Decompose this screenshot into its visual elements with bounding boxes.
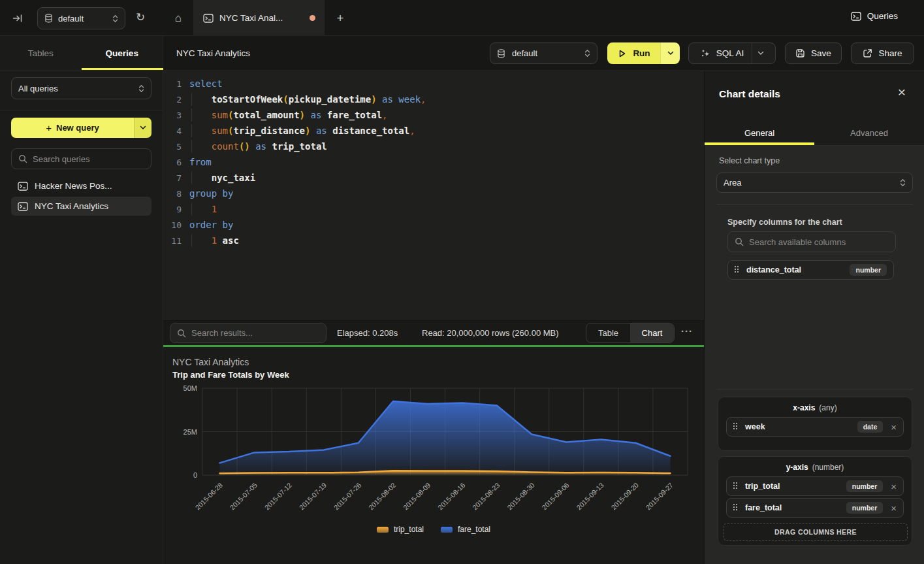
code-line[interactable]: 6from — [163, 154, 704, 170]
close-icon[interactable]: × — [898, 85, 906, 99]
chart-title: NYC Taxi Analytics — [172, 357, 249, 367]
results-toolbar: Elapsed: 0.208s Read: 20,000,000 rows (2… — [163, 320, 704, 345]
sidebar-tab-queries[interactable]: Queries — [82, 36, 163, 70]
top-bar: default ↻ ⌂ NYC Taxi Anal... + Queries — [0, 0, 924, 36]
panel-tab-general[interactable]: General — [705, 121, 814, 145]
column-pill-trip_total[interactable]: trip_totalnumber× — [726, 476, 904, 496]
search-icon — [18, 154, 27, 163]
remove-icon[interactable]: × — [889, 422, 897, 432]
code-line[interactable]: 10order by — [163, 217, 704, 233]
queries-shortcut-label: Queries — [867, 11, 898, 21]
chart-type-label: Select chart type — [719, 156, 780, 165]
legend-swatch — [441, 527, 453, 533]
legend-item-fare_total[interactable]: fare_total — [441, 525, 490, 534]
code-line[interactable]: 9 1 — [163, 201, 704, 217]
svg-text:2015-08-09: 2015-08-09 — [402, 481, 432, 512]
query-filter-select[interactable]: All queries — [11, 77, 151, 99]
sidebar-tab-tables[interactable]: Tables — [0, 36, 82, 70]
run-database-name: default — [511, 48, 579, 58]
columns-label: Specify columns for the chart — [727, 218, 842, 227]
drag-handle-icon[interactable] — [733, 423, 739, 431]
column-type-badge: number — [846, 480, 884, 492]
panel-tab-advanced[interactable]: Advanced — [814, 121, 924, 145]
view-tab-table[interactable]: Table — [586, 323, 630, 342]
line-number: 9 — [163, 205, 182, 214]
code-line[interactable]: 7 nyc_taxi — [163, 170, 704, 186]
query-list-item[interactable]: Hacker News Pos... — [11, 176, 151, 195]
panel-tabs: General Advanced — [705, 121, 924, 146]
chart-card: 025M50M2015-06-282015-07-052015-07-12201… — [163, 347, 704, 564]
line-number: 10 — [163, 220, 182, 230]
legend-item-trip_total[interactable]: trip_total — [377, 525, 424, 534]
column-name: week — [745, 422, 851, 431]
remove-icon[interactable]: × — [889, 482, 897, 491]
code-line[interactable]: 2 toStartOfWeek(pickup_datetime) as week… — [163, 91, 704, 107]
svg-text:2015-08-02: 2015-08-02 — [367, 481, 398, 512]
y-axis-title: y-axis — [786, 463, 808, 472]
svg-text:2015-07-05: 2015-07-05 — [229, 481, 259, 512]
svg-text:0: 0 — [193, 471, 197, 479]
terminal-icon — [851, 12, 861, 21]
drag-columns-dropzone[interactable]: DRAG COLUMNS HERE — [724, 523, 908, 541]
new-query-dropdown[interactable] — [134, 118, 151, 138]
tab-nyc-taxi-analytics[interactable]: NYC Taxi Anal... — [194, 0, 325, 36]
drag-handle-icon[interactable] — [733, 504, 739, 512]
sql-ai-button[interactable]: SQL AI — [688, 42, 776, 64]
search-icon — [177, 329, 186, 338]
results-search[interactable] — [170, 323, 327, 343]
column-pill-week[interactable]: weekdate× — [726, 417, 904, 437]
code-line[interactable]: 5 count() as trip_total — [163, 139, 704, 154]
plus-icon: + — [46, 122, 52, 133]
legend-label: trip_total — [394, 525, 424, 534]
legend-label: fare_total — [458, 525, 490, 534]
chart-type-select[interactable]: Area — [716, 173, 913, 193]
code-line[interactable]: 3 sum(total_amount) as fare_total, — [163, 107, 704, 123]
query-list-item[interactable]: NYC Taxi Analytics — [11, 197, 151, 216]
query-item-label: Hacker News Pos... — [35, 181, 112, 191]
sql-console-window: default ↻ ⌂ NYC Taxi Anal... + Queries — [0, 0, 924, 564]
column-pill-fare_total[interactable]: fare_totalnumber× — [726, 498, 904, 518]
y-axis-hint: (number) — [812, 463, 844, 472]
chevron-updown-icon — [900, 178, 906, 187]
share-button[interactable]: Share — [851, 42, 914, 64]
line-number: 7 — [163, 173, 182, 183]
drag-handle-icon[interactable] — [733, 482, 739, 490]
play-icon — [617, 48, 627, 59]
svg-text:2015-07-12: 2015-07-12 — [263, 481, 294, 512]
new-query-main[interactable]: + New query — [11, 118, 134, 138]
database-selector[interactable]: default — [37, 7, 125, 29]
queries-shortcut-button[interactable]: Queries — [851, 11, 898, 21]
code-line[interactable]: 11 1 asc — [163, 233, 704, 248]
columns-search[interactable] — [727, 231, 896, 252]
column-type-badge: date — [857, 421, 884, 433]
run-button-main[interactable]: Run — [607, 42, 660, 64]
save-button[interactable]: Save — [785, 42, 842, 64]
column-pill-distance_total[interactable]: distance_totalnumber — [727, 260, 894, 280]
svg-text:2015-09-20: 2015-09-20 — [609, 481, 640, 512]
remove-icon[interactable]: × — [889, 503, 897, 513]
query-search-input[interactable] — [33, 154, 144, 164]
run-database-selector[interactable]: default — [490, 42, 597, 64]
columns-search-input[interactable] — [749, 237, 889, 247]
code-line[interactable]: 4 sum(trip_distance) as distance_total, — [163, 123, 704, 139]
new-tab-button[interactable]: + — [325, 0, 356, 36]
home-tab[interactable]: ⌂ — [163, 0, 194, 36]
refresh-icon[interactable]: ↻ — [136, 10, 145, 24]
svg-text:2015-08-16: 2015-08-16 — [436, 481, 467, 512]
new-query-button[interactable]: + New query — [11, 118, 151, 138]
more-options-icon[interactable]: ··· — [681, 325, 693, 337]
run-options-dropdown[interactable] — [660, 42, 680, 64]
query-search[interactable] — [11, 148, 151, 169]
collapse-sidebar-icon[interactable] — [12, 12, 24, 24]
code-line[interactable]: 8group by — [163, 186, 704, 201]
sql-ai-dropdown[interactable] — [752, 43, 769, 63]
view-tab-chart[interactable]: Chart — [630, 323, 674, 342]
results-search-input[interactable] — [191, 328, 319, 338]
code-line[interactable]: 1select — [163, 76, 704, 91]
editor-toolbar: NYC Taxi Analytics default Run — [163, 36, 924, 71]
run-button[interactable]: Run — [607, 42, 680, 64]
sql-editor[interactable]: 1select2 toStartOfWeek(pickup_datetime) … — [163, 71, 704, 320]
svg-text:2015-07-19: 2015-07-19 — [298, 481, 328, 512]
terminal-icon — [18, 182, 28, 191]
drag-handle-icon[interactable] — [735, 266, 740, 274]
